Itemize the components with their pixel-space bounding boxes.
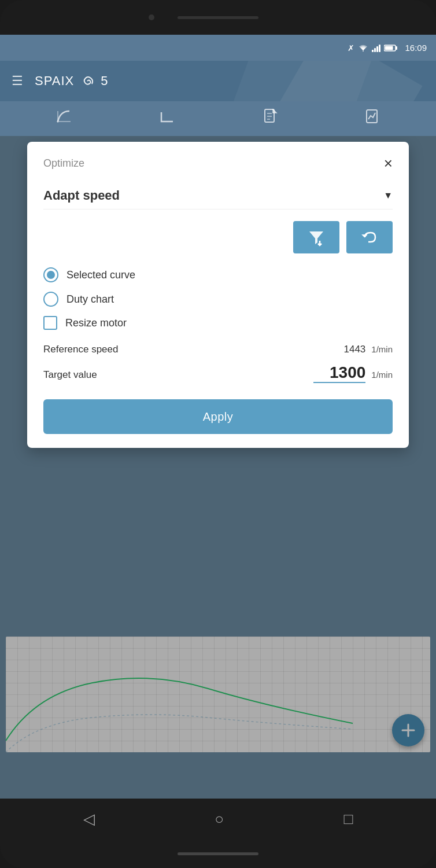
status-bar: ✗ 16:09 [0,35,436,61]
app-title-bar: SPAIX 5 [35,72,108,90]
action-buttons [43,221,393,253]
option-resize-motor[interactable]: Resize motor [43,316,393,330]
reference-speed-value: 1443 [343,344,365,355]
target-value-row: Target value 1/min [43,363,393,383]
option-label-resize-motor: Resize motor [65,317,127,329]
option-label-selected-curve: Selected curve [66,269,135,281]
dropdown-label-bold: speed [83,188,120,203]
status-icons: ✗ 16:09 [348,43,427,53]
phone-bottom [0,839,436,868]
status-time: 16:09 [405,43,427,53]
svg-rect-1 [396,46,397,50]
menu-icon[interactable]: ☰ [12,73,23,89]
radio-selected-curve[interactable] [43,267,58,282]
reference-speed-unit: 1/min [371,344,393,354]
app-logo-icon [79,72,96,90]
bottom-nav: ◁ ○ □ [0,799,436,839]
checkbox-resize-motor[interactable] [43,316,57,330]
dropdown-label-plain: Adapt [43,188,83,203]
dialog-overlay: Optimize × Adapt speed ▼ [0,136,436,799]
dialog-title: Optimize [43,157,84,170]
dropdown-arrow-icon: ▼ [383,190,393,201]
app-version: 5 [101,73,108,89]
reference-speed-value-group: 1443 1/min [343,344,393,355]
dialog-header: Optimize × [43,156,393,171]
curve-toolbar-icon[interactable] [51,104,76,133]
target-value-group: 1/min [313,363,393,383]
options-section: Selected curve Duty chart Resize motor [43,267,393,330]
wifi-icon [358,44,368,52]
dropdown-label: Adapt speed [43,188,120,203]
app-toolbar [0,101,436,136]
back-button[interactable]: ◁ [83,810,95,828]
filter-down-button[interactable] [293,221,339,253]
main-content: Optimize × Adapt speed ▼ [0,136,436,799]
signal-icon [372,44,380,52]
document-toolbar-icon[interactable] [258,104,283,133]
front-camera [149,14,154,20]
option-selected-curve[interactable]: Selected curve [43,267,393,282]
home-button[interactable]: ○ [215,810,224,828]
chart-toolbar-icon[interactable] [361,104,385,133]
optimize-dialog: Optimize × Adapt speed ▼ [27,142,409,448]
target-value-label: Target value [43,369,97,381]
bluetooth-icon: ✗ [348,43,354,53]
target-value-unit: 1/min [371,370,393,380]
target-value-input[interactable] [313,363,365,383]
radio-inner-dot [47,271,55,279]
apply-button[interactable]: Apply [43,399,393,434]
svg-rect-2 [385,46,393,50]
app-name: SPAIX [35,73,74,89]
radio-duty-chart[interactable] [43,292,58,307]
phone-top [0,0,436,35]
adapt-speed-dropdown[interactable]: Adapt speed ▼ [43,182,393,209]
phone-frame: ✗ 16:09 ☰ [0,0,436,868]
close-button[interactable]: × [384,156,393,171]
corner-toolbar-icon[interactable] [154,104,180,133]
home-bar [178,852,258,855]
recent-button[interactable]: □ [344,810,353,828]
option-duty-chart[interactable]: Duty chart [43,292,393,307]
speaker [178,16,258,19]
battery-icon [384,44,398,52]
option-label-duty-chart: Duty chart [66,293,114,306]
undo-button[interactable] [346,221,393,253]
app-header: ☰ SPAIX 5 [0,61,436,101]
reference-speed-label: Reference speed [43,344,118,355]
fields-section: Reference speed 1443 1/min Target value … [43,344,393,383]
reference-speed-row: Reference speed 1443 1/min [43,344,393,355]
